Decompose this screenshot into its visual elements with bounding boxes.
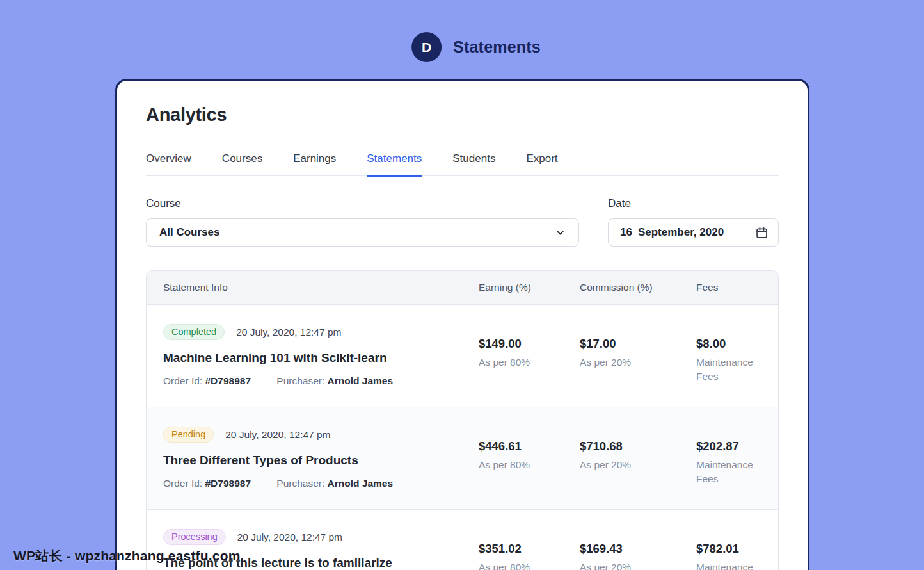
column-header-earning: Earning (%): [479, 282, 580, 293]
fees-cell: $782.01 Maintenance Fees: [696, 510, 778, 570]
column-header-commission: Commission (%): [580, 282, 696, 293]
app-header: D Statements: [411, 32, 541, 62]
course-filter-label: Course: [146, 197, 579, 210]
earning-cell: $446.61 As per 80%: [479, 407, 580, 509]
statement-meta: Order Id: #D798987 Purchaser: Arnold Jam…: [163, 375, 466, 387]
page-title: Statements: [453, 38, 541, 56]
commission-amount: $169.43: [580, 542, 678, 556]
fees-amount: $782.01: [696, 542, 760, 556]
earning-amount: $149.00: [479, 337, 562, 351]
commission-note: As per 20%: [580, 355, 678, 370]
tab-earnings[interactable]: Earnings: [293, 152, 336, 177]
page-background: D Statements Analytics Overview Courses …: [0, 0, 924, 570]
app-logo: D: [411, 32, 442, 62]
date-day-value: 16: [620, 226, 632, 239]
course-select-value: All Courses: [159, 226, 219, 239]
tab-students[interactable]: Students: [452, 152, 495, 177]
statement-date: 20 July, 2020, 12:47 pm: [236, 327, 341, 338]
statement-meta: Order Id: #D798987 Purchaser: Arnold Jam…: [163, 478, 466, 489]
purchaser-label: Purchaser:: [276, 478, 324, 489]
commission-amount: $17.00: [580, 337, 678, 351]
order-id-label: Order Id:: [163, 478, 202, 489]
commission-cell: $710.68 As per 20%: [580, 407, 696, 509]
watermark-text: WP站长 - wpzhanzhang.eastfu.com: [13, 547, 241, 565]
commission-cell: $17.00 As per 20%: [580, 305, 696, 407]
tab-statements[interactable]: Statements: [367, 152, 422, 177]
statement-date: 20 July, 2020, 12:47 pm: [225, 429, 330, 441]
commission-note: As per 20%: [580, 560, 678, 570]
earning-cell: $351.02 As per 80%: [479, 510, 580, 570]
status-badge: Completed: [163, 324, 225, 340]
date-filter: Date 16 September, 2020: [608, 197, 779, 247]
app-logo-letter: D: [422, 40, 431, 55]
statement-date: 20 July, 2020, 12:47 pm: [237, 532, 342, 543]
fees-cell: $8.00 Maintenance Fees: [696, 305, 778, 407]
date-picker[interactable]: 16 September, 2020: [608, 218, 779, 247]
statements-table: Statement Info Earning (%) Commission (%…: [146, 270, 779, 570]
purchaser-value: Arnold James: [328, 478, 394, 489]
purchaser-value: Arnold James: [328, 375, 394, 386]
order-id-value: #D798987: [205, 478, 251, 489]
earning-note: As per 80%: [479, 355, 562, 370]
statement-title: Three Different Types of Products: [163, 453, 466, 468]
earning-note: As per 80%: [479, 458, 562, 472]
statement-title: Machine Learning 101 with Scikit-learn: [163, 351, 466, 365]
tab-overview[interactable]: Overview: [146, 152, 191, 177]
fees-note: Maintenance Fees: [696, 560, 760, 570]
statement-info-cell: Completed 20 July, 2020, 12:47 pm Machin…: [147, 305, 479, 407]
column-header-statement-info: Statement Info: [147, 282, 479, 293]
commission-note: As per 20%: [580, 458, 678, 472]
order-id-label: Order Id:: [163, 375, 202, 386]
chevron-down-icon: [555, 227, 566, 238]
status-badge: Pending: [163, 427, 214, 443]
fees-cell: $202.87 Maintenance Fees: [696, 407, 778, 509]
calendar-icon: [755, 226, 769, 240]
table-header-row: Statement Info Earning (%) Commission (%…: [147, 271, 778, 305]
analytics-heading: Analytics: [146, 104, 779, 126]
course-filter: Course All Courses: [146, 197, 579, 247]
fees-note: Maintenance Fees: [696, 458, 760, 486]
table-row[interactable]: Processing 20 July, 2020, 12:47 pm The p…: [147, 510, 778, 570]
tab-bar: Overview Courses Earnings Statements Stu…: [146, 152, 779, 176]
fees-amount: $8.00: [696, 337, 760, 351]
commission-cell: $169.43 As per 20%: [580, 510, 696, 570]
column-header-fees: Fees: [696, 282, 778, 293]
purchaser-label: Purchaser:: [276, 375, 324, 386]
earning-cell: $149.00 As per 80%: [479, 305, 580, 407]
earning-amount: $446.61: [479, 439, 562, 453]
analytics-card: Analytics Overview Courses Earnings Stat…: [115, 79, 809, 570]
earning-note: As per 80%: [479, 560, 562, 570]
statement-info-cell: Pending 20 July, 2020, 12:47 pm Three Di…: [147, 407, 479, 509]
tab-export[interactable]: Export: [526, 152, 557, 177]
date-month-year-value: September, 2020: [638, 226, 724, 239]
filters-row: Course All Courses Date 16 September, 20…: [146, 197, 779, 247]
status-badge: Processing: [163, 529, 226, 545]
table-row[interactable]: Completed 20 July, 2020, 12:47 pm Machin…: [147, 305, 778, 407]
fees-amount: $202.87: [696, 439, 760, 453]
fees-note: Maintenance Fees: [696, 355, 760, 384]
commission-amount: $710.68: [580, 439, 678, 453]
order-id-value: #D798987: [205, 375, 251, 386]
course-select[interactable]: All Courses: [146, 218, 579, 247]
date-filter-label: Date: [608, 197, 779, 210]
table-row[interactable]: Pending 20 July, 2020, 12:47 pm Three Di…: [147, 407, 778, 510]
earning-amount: $351.02: [479, 542, 562, 556]
tab-courses[interactable]: Courses: [222, 152, 262, 177]
